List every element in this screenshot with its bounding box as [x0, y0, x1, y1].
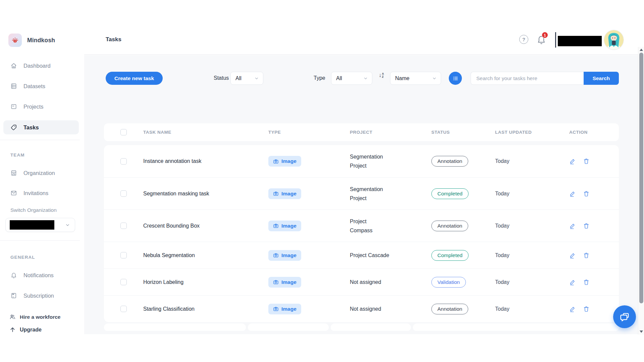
row-checkbox[interactable] [120, 190, 127, 197]
pencil-icon [569, 252, 576, 259]
partial-row-segment [248, 323, 329, 331]
sidebar-item-projects[interactable]: Projects [0, 100, 84, 113]
camera-icon [273, 279, 279, 285]
edit-task-button[interactable] [569, 158, 576, 165]
trash-icon [583, 252, 590, 259]
camera-icon [273, 159, 279, 164]
delete-task-button[interactable] [583, 158, 590, 165]
delete-task-button[interactable] [583, 279, 590, 286]
last-updated: Today [495, 279, 569, 285]
pencil-icon [569, 223, 576, 229]
last-updated: Today [495, 223, 569, 229]
delete-task-button[interactable] [583, 223, 590, 229]
status-filter-select[interactable]: All [230, 72, 263, 85]
partial-row-segment [413, 323, 619, 331]
user-name-redacted[interactable] [558, 36, 602, 46]
edit-task-button[interactable] [569, 252, 576, 259]
scroll-up-arrow[interactable] [640, 49, 643, 51]
project-name: Project Compass [350, 217, 431, 235]
sidebar-item-subscription[interactable]: Subscription [0, 289, 84, 302]
upgrade-link[interactable]: Upgrade [9, 326, 42, 333]
upgrade-label: Upgrade [20, 327, 42, 333]
table-row: Crescent Bounding Box Image Project Comp… [104, 209, 619, 242]
task-name: Crescent Bounding Box [143, 223, 268, 229]
help-icon[interactable]: ? [519, 35, 528, 44]
hire-a-workforce-link[interactable]: Hire a workforce [9, 314, 60, 320]
sidebar-item-datasets[interactable]: Datasets [0, 79, 84, 93]
row-checkbox[interactable] [120, 306, 127, 312]
user-avatar[interactable] [604, 30, 624, 50]
row-checkbox[interactable] [120, 158, 127, 165]
sidebar-item-invitations[interactable]: Invitations [0, 186, 84, 200]
last-updated: Today [495, 158, 569, 164]
select-all-checkbox[interactable] [120, 129, 127, 135]
pencil-icon [569, 158, 576, 165]
partial-row-segment [104, 323, 246, 331]
subscription-icon [10, 292, 17, 299]
type-filter-select[interactable]: All [331, 72, 372, 85]
list-view-button[interactable] [449, 72, 462, 85]
edit-task-button[interactable] [569, 190, 576, 197]
organization-select[interactable] [5, 218, 75, 232]
column-header: TASK NAME [143, 130, 268, 135]
column-header: LAST UPDATED [495, 130, 569, 135]
project-name: Segmentation Project [350, 152, 431, 170]
sidebar-item-label: Subscription [23, 293, 54, 299]
column-header: PROJECT [350, 130, 431, 135]
type-badge: Image [268, 188, 301, 199]
sidebar-section-team: TEAM [10, 153, 25, 158]
task-name: Segmentation masking task [143, 191, 268, 197]
type-filter-label: Type [314, 75, 325, 81]
row-checkbox[interactable] [120, 279, 127, 285]
delete-task-button[interactable] [583, 306, 590, 312]
list-icon [452, 75, 459, 81]
table-header: TASK NAMETYPEPROJECTSTATUSLAST UPDATEDAC… [104, 123, 619, 141]
edit-task-button[interactable] [569, 223, 576, 229]
column-header: ACTION [569, 130, 619, 135]
header-divider [555, 32, 556, 48]
trash-icon [583, 279, 590, 286]
page-scrollbar [638, 47, 644, 335]
mindkosh-logo-icon [8, 34, 22, 47]
last-updated: Today [495, 252, 569, 258]
table-row: Horizon Labeling Image Not assigned Vali… [104, 268, 619, 295]
brand-name: Mindkosh [27, 37, 55, 44]
sidebar-item-dashboard[interactable]: Dashboard [0, 59, 84, 72]
sidebar-item-label: Notifications [23, 272, 54, 279]
edit-task-button[interactable] [569, 306, 576, 312]
row-checkbox[interactable] [120, 223, 127, 229]
sort-by-select[interactable]: Name [390, 72, 441, 85]
search-button[interactable]: Search [584, 72, 619, 85]
delete-task-button[interactable] [583, 252, 590, 259]
sidebar-item-tasks[interactable]: Tasks [3, 120, 79, 134]
status-badge: Annotation [431, 304, 468, 314]
sidebar-divider [0, 140, 80, 140]
delete-task-button[interactable] [583, 190, 590, 197]
column-header: STATUS [431, 130, 495, 135]
sidebar-item-notifications[interactable]: Notifications [0, 268, 84, 282]
datasets-icon [10, 83, 17, 89]
trash-icon [583, 190, 590, 197]
scroll-down-arrow[interactable] [640, 330, 643, 333]
row-checkbox[interactable] [120, 252, 127, 258]
type-filter-value: All [336, 75, 342, 81]
organization-name-redacted [10, 220, 54, 230]
create-new-task-button[interactable]: Create new task [106, 72, 163, 85]
switch-organization-label: Switch Organization [10, 207, 57, 213]
task-name: Horizon Labeling [143, 279, 268, 285]
task-table-body: Instance annotation task Image Segmentat… [104, 145, 619, 322]
scrollbar-thumb[interactable] [639, 53, 643, 303]
top-bar: Tasks ? 1 [84, 0, 644, 55]
edit-task-button[interactable] [569, 279, 576, 286]
camera-icon [273, 252, 279, 258]
status-badge: Completed [431, 250, 469, 261]
sidebar-item-label: Datasets [23, 83, 45, 89]
sort-direction-icon[interactable]: ↓AZ [379, 72, 384, 78]
sidebar-item-organization[interactable]: Organization [0, 166, 84, 180]
pencil-icon [569, 190, 576, 197]
type-badge: Image [268, 156, 301, 167]
status-filter-value: All [235, 75, 241, 81]
search-input[interactable] [471, 72, 584, 85]
chat-support-button[interactable] [613, 305, 636, 328]
up-arrow-icon [9, 326, 16, 333]
